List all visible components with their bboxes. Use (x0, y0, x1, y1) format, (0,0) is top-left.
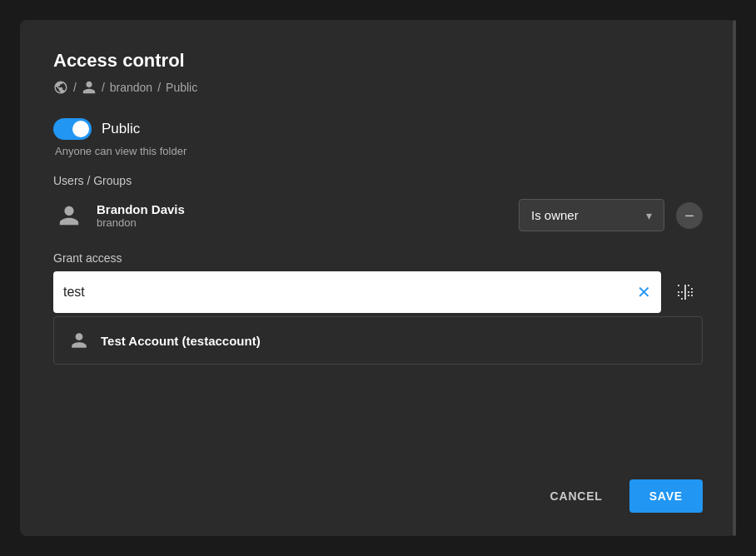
user-avatar (53, 200, 85, 231)
filter-button[interactable] (668, 275, 703, 310)
public-description: Anyone can view this folder (55, 145, 703, 157)
close-icon: ✕ (637, 282, 651, 302)
scrollbar[interactable] (733, 20, 736, 536)
role-dropdown-label: Is owner (531, 208, 579, 222)
public-label: Public (102, 121, 140, 137)
person-icon (82, 80, 97, 95)
list-item-name: Test Account (testaccount) (101, 334, 261, 348)
modal-title: Access control (53, 50, 703, 72)
globe-icon (53, 80, 68, 95)
breadcrumb-public: Public (166, 81, 197, 94)
cancel-button[interactable]: CANCEL (534, 479, 619, 513)
clear-input-button[interactable]: ✕ (637, 282, 651, 302)
grant-access-input[interactable] (63, 285, 637, 300)
list-item-avatar (67, 329, 91, 352)
search-input-wrapper: ✕ (53, 271, 661, 313)
remove-user-button[interactable]: − (676, 202, 703, 229)
chevron-down-icon: ▾ (646, 209, 652, 222)
public-toggle-row: Public (53, 118, 703, 140)
role-dropdown[interactable]: Is owner ▾ (519, 199, 664, 231)
breadcrumb-sep-2: / (102, 81, 105, 94)
modal-footer: CANCEL SAVE (53, 454, 703, 513)
minus-icon: − (684, 207, 694, 224)
users-groups-label: Users / Groups (53, 174, 703, 187)
search-results-list: Test Account (testaccount) (53, 316, 703, 365)
breadcrumb: / / brandon / Public (53, 80, 703, 95)
filter-icon (675, 282, 695, 302)
list-item[interactable]: Test Account (testaccount) (54, 317, 702, 364)
save-button[interactable]: SAVE (629, 479, 703, 513)
breadcrumb-sep-1: / (73, 81, 77, 94)
breadcrumb-brandon: brandon (110, 81, 152, 94)
user-info: Brandon Davis brandon (97, 202, 507, 229)
toggle-knob (72, 121, 89, 137)
search-row: ✕ (53, 271, 703, 313)
grant-access-label: Grant access (53, 251, 703, 265)
breadcrumb-sep-3: / (157, 81, 161, 94)
user-row: Brandon Davis brandon Is owner ▾ − (53, 199, 703, 231)
user-handle: brandon (97, 216, 507, 229)
access-control-modal: Access control / / brandon / Public Publ… (20, 20, 736, 536)
public-toggle[interactable] (53, 118, 92, 140)
user-name: Brandon Davis (97, 202, 507, 216)
